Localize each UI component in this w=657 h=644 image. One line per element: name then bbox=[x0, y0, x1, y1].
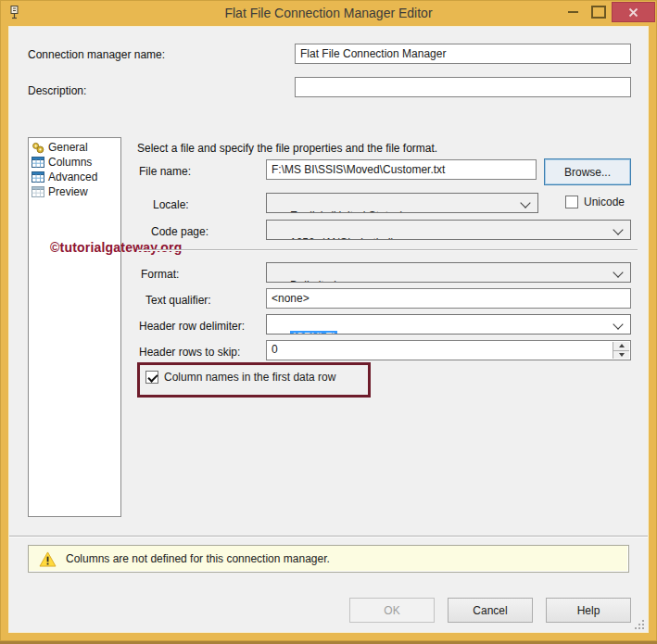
unicode-checkbox[interactable]: Unicode bbox=[565, 196, 625, 208]
header-row-delimiter-dropdown[interactable]: {CR}{LF} bbox=[266, 314, 631, 335]
nav-item-advanced[interactable]: Advanced bbox=[29, 170, 120, 184]
nav-item-label: Preview bbox=[48, 185, 88, 198]
browse-button[interactable]: Browse... bbox=[544, 158, 631, 185]
text-qualifier-label: Text qualifier: bbox=[145, 294, 211, 307]
file-name-input[interactable] bbox=[266, 159, 537, 180]
format-value: Delimited bbox=[290, 279, 336, 283]
code-page-dropdown[interactable]: 1252 (ANSI - Latin I) bbox=[266, 220, 631, 240]
format-label: Format: bbox=[141, 268, 179, 281]
flat-file-connection-manager-editor-window: Flat File Connection Manager Editor Conn… bbox=[0, 0, 657, 641]
minimize-button[interactable] bbox=[560, 2, 586, 22]
locale-value: English (United States) bbox=[290, 209, 404, 213]
help-button[interactable]: Help bbox=[546, 598, 631, 623]
unicode-checkbox-label: Unicode bbox=[584, 196, 625, 208]
warning-triangle-icon bbox=[39, 551, 57, 567]
resize-grip[interactable] bbox=[633, 618, 645, 630]
window-title: Flat File Connection Manager Editor bbox=[0, 0, 657, 26]
titlebar: Flat File Connection Manager Editor bbox=[0, 0, 657, 26]
spinner-control bbox=[613, 342, 629, 359]
column-names-checkbox-label: Column names in the first data row bbox=[164, 371, 335, 384]
table-icon bbox=[32, 157, 44, 168]
pane-intro-text: Select a file and specify the file prope… bbox=[137, 142, 437, 155]
format-dropdown[interactable]: Delimited bbox=[266, 262, 631, 283]
pages-listbox: General Columns bbox=[28, 137, 121, 517]
header-row-delimiter-label: Header row delimiter: bbox=[139, 320, 245, 333]
maximize-icon bbox=[591, 6, 606, 19]
chevron-down-icon bbox=[520, 197, 530, 208]
spinner-down-button[interactable] bbox=[613, 350, 629, 360]
close-button[interactable] bbox=[612, 2, 655, 22]
minimize-icon bbox=[568, 11, 578, 13]
header-rows-to-skip-label: Header rows to skip: bbox=[139, 346, 240, 359]
footer-separator bbox=[9, 536, 648, 537]
dialog-body: Connection manager name: Description: Ge… bbox=[8, 26, 649, 633]
table-icon bbox=[32, 171, 44, 183]
description-label: Description: bbox=[28, 84, 86, 97]
nav-item-general[interactable]: General bbox=[29, 140, 120, 155]
close-icon bbox=[628, 7, 638, 18]
header-rows-to-skip-spinbox[interactable]: 0 bbox=[266, 340, 631, 360]
nav-item-columns[interactable]: Columns bbox=[29, 155, 120, 170]
column-names-checkbox-box[interactable] bbox=[145, 371, 158, 384]
cancel-button[interactable]: Cancel bbox=[448, 598, 533, 623]
table-muted-icon bbox=[32, 186, 44, 197]
file-name-label: File name: bbox=[139, 165, 191, 178]
locale-dropdown[interactable]: English (United States) bbox=[266, 193, 538, 213]
unicode-checkbox-box[interactable] bbox=[565, 196, 578, 208]
ok-button[interactable]: OK bbox=[349, 598, 435, 623]
header-row-delimiter-value: {CR}{LF} bbox=[290, 331, 337, 335]
tutorialgateway-watermark: ©tutorialgateway.org bbox=[50, 240, 182, 255]
gears-icon bbox=[32, 142, 44, 154]
header-rows-to-skip-value: 0 bbox=[272, 343, 278, 356]
code-page-label: Code page: bbox=[151, 225, 208, 238]
chevron-down-icon bbox=[613, 319, 623, 329]
nav-item-label: Advanced bbox=[48, 170, 97, 183]
warning-text: Columns are not defined for this connect… bbox=[66, 552, 330, 565]
code-page-value: 1252 (ANSI - Latin I) bbox=[290, 236, 395, 240]
chevron-down-icon bbox=[613, 267, 623, 277]
spinner-up-button[interactable] bbox=[613, 342, 629, 350]
text-qualifier-input[interactable] bbox=[266, 288, 631, 309]
column-names-checkbox[interactable]: Column names in the first data row bbox=[145, 371, 335, 384]
chevron-down-icon bbox=[613, 224, 623, 234]
maximize-button[interactable] bbox=[586, 2, 612, 22]
description-input[interactable] bbox=[295, 77, 631, 97]
nav-item-label: Columns bbox=[48, 156, 92, 169]
connection-manager-name-label: Connection manager name: bbox=[28, 48, 165, 61]
warning-bar: Columns are not defined for this connect… bbox=[28, 545, 629, 573]
nav-item-preview[interactable]: Preview bbox=[29, 184, 120, 199]
nav-item-label: General bbox=[48, 141, 88, 154]
locale-label: Locale: bbox=[153, 198, 189, 211]
connection-manager-name-input[interactable] bbox=[295, 44, 631, 64]
section-separator bbox=[137, 249, 638, 251]
